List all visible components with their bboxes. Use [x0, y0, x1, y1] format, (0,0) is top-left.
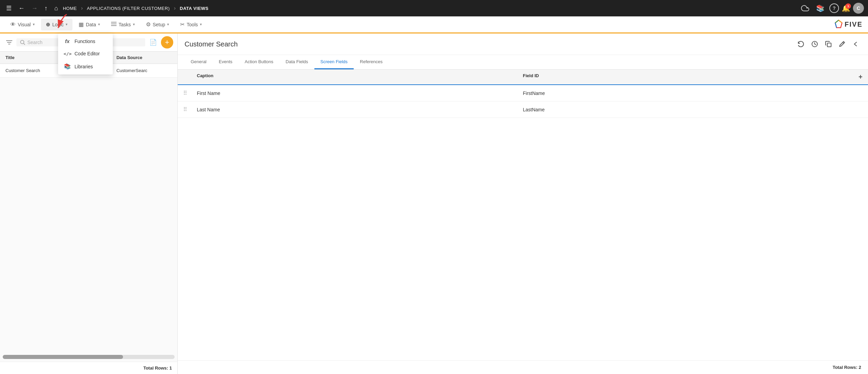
breadcrumb-sep-1: ›: [81, 5, 83, 11]
svg-point-0: [806, 7, 808, 9]
svg-line-9: [835, 23, 837, 28]
nav-tab-visual[interactable]: 👁 Visual ▾: [5, 19, 40, 30]
tab-action-buttons[interactable]: Action Buttons: [239, 55, 280, 69]
help-icon[interactable]: ?: [829, 3, 839, 13]
fieldid-firstname: FirstName: [523, 91, 849, 96]
clock-icon-btn[interactable]: [809, 39, 820, 50]
data-icon: ▦: [79, 21, 84, 28]
top-nav-bar: ☰ ← → ↑ ⌂ HOME › APPLICATIONS (FILTER CU…: [0, 0, 868, 16]
nav-tab-data-label: Data: [86, 22, 96, 27]
svg-rect-16: [827, 43, 831, 47]
drag-handle-lastname[interactable]: ⠿: [183, 106, 197, 113]
tasks-arrow: ▾: [133, 22, 135, 27]
nav-tab-data[interactable]: ▦ Data ▾: [74, 18, 105, 30]
dropdown-item-libraries[interactable]: 📚 Libraries: [58, 60, 113, 73]
tab-events[interactable]: Events: [213, 55, 239, 69]
fields-add-icon[interactable]: +: [849, 73, 863, 81]
svg-point-13: [21, 40, 24, 44]
second-nav-bar: 👁 Visual ▾ ⊕ Logic ▾ ▦ Data ▾: [0, 16, 868, 33]
horizontal-scrollbar[interactable]: [3, 355, 175, 359]
nav-tab-tools[interactable]: ✂ Tools ▾: [175, 18, 207, 30]
tasks-icon: [111, 22, 117, 28]
breadcrumb-applications[interactable]: APPLICATIONS (FILTER CUSTOMER): [87, 6, 170, 11]
fieldid-lastname: LastName: [523, 107, 849, 112]
add-icon: +: [165, 38, 169, 47]
undo-icon-btn[interactable]: [795, 38, 806, 50]
visual-icon: 👁: [10, 22, 16, 28]
svg-line-8: [835, 20, 839, 23]
tab-references[interactable]: References: [354, 55, 389, 69]
five-logo-text: FIVE: [845, 20, 863, 28]
fields-row-lastname[interactable]: ⠿ Last Name LastName: [178, 101, 868, 118]
functions-icon: fx: [64, 38, 71, 44]
search-icon-btn[interactable]: [20, 40, 25, 45]
svg-line-14: [24, 43, 25, 45]
col-title: Title: [5, 55, 61, 60]
dropdown-item-functions[interactable]: fx Functions: [58, 35, 113, 47]
left-panel: Search 📄 + Title Action ID Data Source C…: [0, 33, 178, 374]
nav-tab-logic[interactable]: ⊕ Logic ▾: [41, 19, 72, 30]
svg-line-7: [839, 20, 842, 23]
cloud-icon[interactable]: [799, 3, 811, 14]
fields-col-caption: Caption: [197, 73, 523, 81]
fields-col-drag: [183, 73, 197, 81]
copy-icon-btn[interactable]: [823, 39, 834, 50]
right-table-footer: Total Rows: 2: [178, 360, 868, 374]
home-icon[interactable]: ⌂: [52, 3, 60, 14]
notification-count: 1: [845, 3, 851, 9]
nav-right-section: 📚 ? 🔔 1 C: [799, 3, 864, 14]
nav-tab-tasks-label: Tasks: [119, 22, 131, 27]
logic-dropdown-menu: fx Functions </> Code Editor 📚 Libraries: [58, 33, 113, 74]
left-table-footer: Total Rows: 1: [0, 362, 177, 374]
visual-arrow: ▾: [33, 22, 35, 27]
tools-icon: ✂: [180, 21, 185, 28]
user-avatar[interactable]: C: [853, 3, 864, 14]
nav-tab-logic-label: Logic: [52, 22, 64, 27]
data-arrow: ▾: [98, 22, 100, 27]
tools-arrow: ▾: [200, 22, 202, 27]
screen-fields-panel: Caption Field ID + ⠿ First Name FirstNam…: [178, 70, 868, 374]
main-content: Search 📄 + Title Action ID Data Source C…: [0, 33, 868, 374]
up-button[interactable]: ↑: [42, 3, 50, 14]
setup-arrow: ▾: [167, 22, 169, 27]
arrow-left-icon-btn[interactable]: [850, 39, 861, 50]
nav-tab-setup[interactable]: ⚙ Setup ▾: [141, 18, 174, 30]
code-editor-icon: </>: [64, 51, 71, 56]
dropdown-item-functions-label: Functions: [74, 39, 95, 44]
document-icon-btn[interactable]: 📄: [147, 37, 159, 48]
tab-screen-fields[interactable]: Screen Fields: [314, 55, 354, 69]
breadcrumb-sep-2: ›: [174, 5, 176, 11]
logic-arrow: ▾: [66, 22, 68, 27]
scroll-thumb: [3, 355, 123, 359]
tab-data-fields[interactable]: Data Fields: [280, 55, 314, 69]
notification-bell[interactable]: 🔔 1: [842, 4, 850, 12]
edit-icon-btn[interactable]: [837, 39, 847, 50]
fields-row-firstname[interactable]: ⠿ First Name FirstName: [178, 85, 868, 101]
search-placeholder: Search: [27, 40, 42, 45]
header-action-icons: [795, 38, 861, 50]
five-logo: FIVE: [832, 19, 863, 30]
fields-col-field-id: Field ID: [523, 73, 849, 81]
books-icon[interactable]: 📚: [814, 3, 827, 14]
breadcrumb-dataviews[interactable]: DATA VIEWS: [180, 6, 208, 11]
filter-icon-btn[interactable]: [4, 38, 14, 47]
col-data-source: Data Source: [117, 55, 172, 60]
menu-icon[interactable]: ☰: [4, 2, 14, 14]
dropdown-item-code-editor-label: Code Editor: [74, 51, 100, 56]
right-panel: Customer Search: [178, 33, 868, 374]
breadcrumb-home[interactable]: HOME: [63, 6, 77, 11]
drag-handle-firstname[interactable]: ⠿: [183, 90, 197, 96]
dropdown-item-libraries-label: Libraries: [74, 64, 93, 69]
svg-line-17: [843, 42, 844, 43]
setup-icon: ⚙: [146, 21, 151, 28]
nav-tab-tasks[interactable]: Tasks ▾: [106, 19, 140, 30]
fields-header: Caption Field ID +: [178, 70, 868, 85]
add-button[interactable]: +: [161, 36, 173, 49]
caption-lastname: Last Name: [197, 107, 523, 112]
back-button[interactable]: ←: [16, 3, 27, 14]
row-data-source: CustomerSearc: [117, 68, 172, 73]
caption-firstname: First Name: [197, 91, 523, 96]
tab-general[interactable]: General: [185, 55, 213, 69]
forward-button[interactable]: →: [29, 3, 40, 14]
dropdown-item-code-editor[interactable]: </> Code Editor: [58, 47, 113, 60]
